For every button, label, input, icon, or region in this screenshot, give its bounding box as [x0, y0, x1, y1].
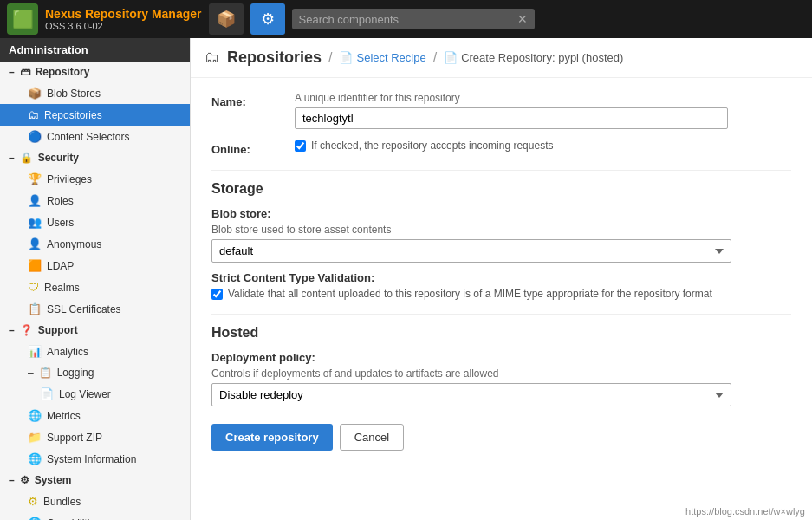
create-repository-button[interactable]: Create repository: [211, 424, 333, 451]
name-row: Name: A unique identifier for this repos…: [211, 92, 791, 129]
minus-icon-support: –: [9, 324, 15, 336]
sidebar-item-capabilities[interactable]: 🌐 Capabilities: [0, 512, 190, 520]
sidebar-item-ldap[interactable]: 🟧 LDAP: [0, 255, 190, 276]
sidebar-group-system[interactable]: – ⚙ System: [0, 470, 190, 491]
sidebar-item-bundles[interactable]: ⚙ Bundles: [0, 491, 190, 512]
strict-content-checkbox[interactable]: [211, 289, 223, 300]
name-label: Name:: [211, 92, 281, 108]
log-viewer-icon: 📄: [40, 387, 54, 400]
layout: Administration – 🗃 Repository 📦 Blob Sto…: [0, 38, 812, 520]
blob-store-select[interactable]: default: [211, 239, 731, 263]
system-info-icon: 🌐: [28, 452, 42, 465]
sidebar-item-system-info[interactable]: 🌐 System Information: [0, 448, 190, 470]
main-content: 🗂 Repositories / 📄 Select Recipe / 📄 Cre…: [191, 38, 812, 520]
bundles-label: Bundles: [43, 496, 81, 508]
deployment-policy-select[interactable]: Disable redeploy Allow redeploy Read-onl…: [211, 383, 731, 406]
search-clear-icon[interactable]: ✕: [517, 12, 528, 26]
button-row: Create repository Cancel: [211, 424, 791, 451]
system-label: System: [35, 474, 72, 486]
minus-icon-logging: –: [28, 367, 34, 379]
metrics-icon: 🌐: [28, 409, 42, 422]
support-zip-icon: 📁: [28, 431, 42, 444]
content-selectors-icon: 🔵: [28, 130, 42, 143]
blob-store-label: Blob store:: [211, 207, 791, 220]
sidebar-group-repository[interactable]: – 🗃 Repository: [0, 62, 190, 82]
sidebar-section-title: Administration: [0, 38, 190, 62]
browse-button[interactable]: 📦: [209, 3, 244, 35]
strict-content-checkbox-row: Validate that all content uploaded to th…: [211, 288, 791, 300]
blob-stores-label: Blob Stores: [47, 88, 101, 100]
users-icon: 👥: [28, 216, 42, 229]
hosted-section-header: Hosted: [211, 314, 791, 341]
online-field: If checked, the repository accepts incom…: [295, 140, 791, 152]
storage-section-header: Storage: [211, 170, 791, 197]
sidebar-item-ssl-certs[interactable]: 📋 SSL Certificates: [0, 298, 190, 320]
repository-label: Repository: [36, 66, 90, 78]
name-field: A unique identifier for this repository: [295, 92, 791, 129]
strict-content-label: Strict Content Type Validation:: [211, 271, 791, 284]
create-repo-label: Create Repository: pypi (hosted): [461, 51, 623, 64]
online-checkbox-row: If checked, the repository accepts incom…: [295, 140, 791, 152]
name-input[interactable]: [295, 107, 728, 129]
sidebar-item-repositories[interactable]: 🗂 Repositories: [0, 104, 190, 126]
breadcrumb-link1[interactable]: 📄 Select Recipe: [339, 51, 425, 64]
cancel-button[interactable]: Cancel: [340, 424, 404, 451]
online-checkbox[interactable]: [295, 140, 306, 152]
select-recipe-icon: 📄: [339, 51, 353, 64]
online-row: Online: If checked, the repository accep…: [211, 140, 791, 156]
sidebar-group-security[interactable]: – 🔒 Security: [0, 147, 190, 168]
security-label: Security: [38, 152, 79, 164]
privileges-icon: 🏆: [28, 172, 42, 185]
sidebar-item-metrics[interactable]: 🌐 Metrics: [0, 405, 190, 426]
online-label: Online:: [211, 140, 281, 156]
breadcrumb-sep2: /: [433, 50, 437, 66]
blob-store-section: Blob store: Blob store used to store ass…: [211, 207, 791, 263]
search-input[interactable]: [299, 13, 512, 26]
capabilities-icon: 🌐: [28, 517, 42, 520]
metrics-label: Metrics: [47, 410, 81, 422]
sidebar-item-log-viewer[interactable]: 📄 Log Viewer: [0, 383, 190, 405]
app-logo: 🟩 Nexus Repository Manager OSS 3.6.0-02: [7, 3, 202, 35]
sidebar-item-blob-stores[interactable]: 📦 Blob Stores: [0, 82, 190, 104]
sidebar-item-users[interactable]: 👥 Users: [0, 211, 190, 233]
form-body: Name: A unique identifier for this repos…: [191, 78, 812, 478]
blob-store-hint: Blob store used to store asset contents: [211, 224, 791, 236]
bundles-icon: ⚙: [28, 495, 38, 508]
sidebar: Administration – 🗃 Repository 📦 Blob Sto…: [0, 38, 191, 520]
support-zip-label: Support ZIP: [47, 432, 102, 444]
analytics-label: Analytics: [47, 346, 88, 358]
sidebar-item-support-zip[interactable]: 📁 Support ZIP: [0, 426, 190, 448]
logo-icon: 🟩: [7, 3, 38, 35]
sidebar-item-analytics[interactable]: 📊 Analytics: [0, 341, 190, 362]
create-repo-icon: 📄: [444, 51, 458, 64]
realms-label: Realms: [44, 282, 80, 294]
select-recipe-label: Select Recipe: [356, 51, 425, 64]
sidebar-item-logging[interactable]: – 📋 Logging: [0, 362, 190, 383]
settings-button[interactable]: ⚙: [250, 3, 285, 35]
logging-label: Logging: [57, 367, 94, 379]
roles-icon: 👤: [28, 194, 42, 207]
repository-icon: 🗃: [20, 66, 30, 78]
sidebar-item-roles[interactable]: 👤 Roles: [0, 190, 190, 211]
strict-content-section: Strict Content Type Validation: Validate…: [211, 271, 791, 300]
sidebar-item-anonymous[interactable]: 👤 Anonymous: [0, 233, 190, 255]
repositories-label: Repositories: [44, 109, 102, 121]
support-icon: ❓: [20, 324, 33, 336]
privileges-label: Privileges: [47, 173, 92, 185]
minus-icon-system: –: [9, 474, 15, 486]
ldap-icon: 🟧: [28, 259, 42, 272]
breadcrumb-title: Repositories: [227, 49, 322, 67]
watermark: https://blog.csdn.net/w×wlyg: [685, 506, 805, 517]
name-hint: A unique identifier for this repository: [295, 92, 791, 104]
security-icon: 🔒: [20, 152, 33, 164]
breadcrumb-current: 📄 Create Repository: pypi (hosted): [444, 51, 623, 64]
sidebar-group-support[interactable]: – ❓ Support: [0, 320, 190, 341]
breadcrumb-sep1: /: [328, 50, 332, 66]
sidebar-item-privileges[interactable]: 🏆 Privileges: [0, 168, 190, 190]
logging-icon: 📋: [39, 367, 52, 379]
capabilities-label: Capabilities: [47, 517, 101, 521]
app-version: OSS 3.6.0-02: [45, 21, 202, 31]
sidebar-item-realms[interactable]: 🛡 Realms: [0, 276, 190, 298]
sidebar-item-content-selectors[interactable]: 🔵 Content Selectors: [0, 126, 190, 147]
users-label: Users: [47, 217, 74, 229]
